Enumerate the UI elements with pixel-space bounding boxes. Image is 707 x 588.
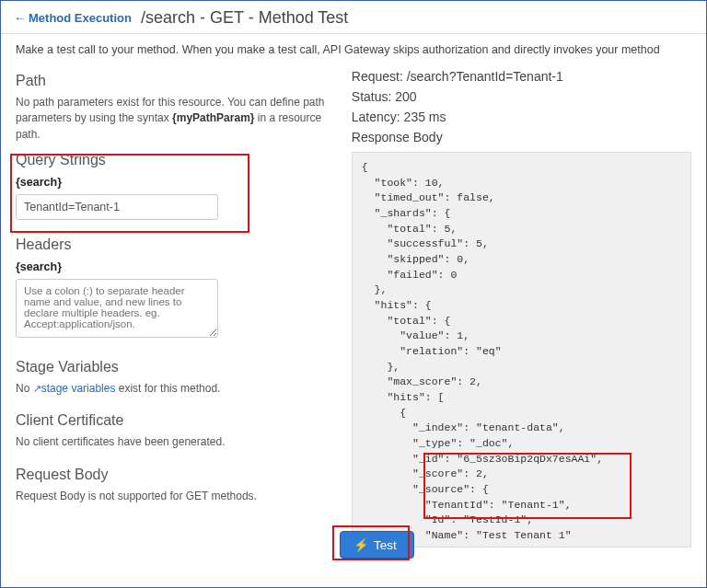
page-title: /search - GET - Method Test (141, 8, 348, 28)
response-body-heading: Response Body (352, 130, 691, 144)
query-strings-input[interactable] (16, 194, 218, 220)
query-strings-label: {search} (16, 176, 330, 189)
path-heading: Path (16, 73, 330, 89)
response-body-code: { "took": 10, "timed_out": false, "_shar… (352, 152, 691, 548)
path-param-bold: {myPathParam} (172, 111, 254, 124)
path-text: No path parameters exist for this resour… (16, 95, 330, 143)
header: ← Method Execution /search - GET - Metho… (1, 1, 706, 34)
response-latency-line: Latency: 235 ms (352, 110, 691, 124)
test-button-label: Test (374, 538, 397, 552)
request-body-heading: Request Body (16, 467, 330, 483)
headers-label: {search} (16, 260, 330, 273)
client-certificate-heading: Client Certificate (16, 412, 330, 429)
response-status-line: Status: 200 (352, 89, 691, 104)
test-button[interactable]: ⚡ Test (340, 531, 414, 559)
query-strings-heading: Query Strings (16, 152, 330, 168)
client-certificate-text: No client certificates have been generat… (16, 434, 330, 450)
left-panel: Path No path parameters exist for this r… (16, 63, 330, 567)
right-panel: Request: /search?TenantId=Tenant-1 Statu… (352, 63, 691, 567)
request-body-text: Request Body is not supported for GET me… (16, 489, 330, 504)
back-link-label: Method Execution (29, 11, 132, 25)
headers-heading: Headers (16, 236, 330, 253)
stage-variables-text: No ↗stage variables exist for this metho… (16, 381, 330, 397)
response-request-line: Request: /search?TenantId=Tenant-1 (352, 69, 691, 84)
stage-vars-suffix: exist for this method. (115, 382, 220, 395)
external-link-icon: ↗ (33, 382, 41, 397)
lightning-icon: ⚡ (354, 537, 369, 552)
stage-variables-link[interactable]: stage variables (41, 382, 116, 395)
stage-vars-prefix: No (16, 382, 33, 395)
back-link[interactable]: ← Method Execution (14, 11, 132, 25)
arrow-left-icon: ← (14, 11, 26, 25)
page-subtitle: Make a test call to your method. When yo… (1, 34, 706, 63)
headers-textarea[interactable] (16, 279, 218, 338)
stage-variables-heading: Stage Variables (16, 359, 330, 375)
